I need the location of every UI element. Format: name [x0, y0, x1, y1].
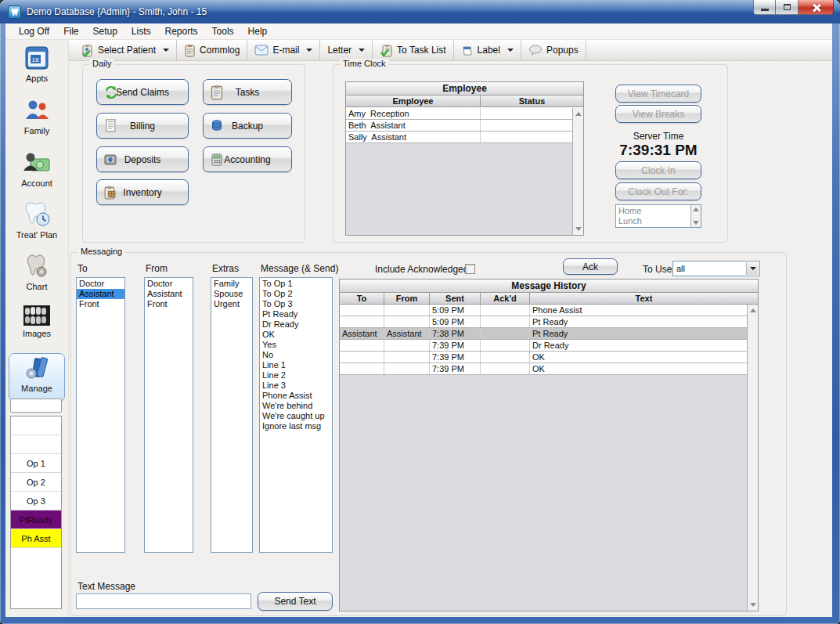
- title-bar[interactable]: Demo Database {Admin} - Smith, John - 15: [0, 0, 840, 23]
- tasks-button[interactable]: Tasks: [203, 79, 292, 105]
- inventory-button[interactable]: Inventory: [96, 179, 189, 205]
- operatory-row-op1[interactable]: Op 1: [11, 454, 61, 473]
- to-item-selected[interactable]: Assistant: [77, 289, 124, 299]
- send-text-button[interactable]: Send Text: [258, 592, 333, 611]
- menu-help[interactable]: Help: [241, 24, 275, 38]
- message-item[interactable]: To Op 2: [260, 289, 332, 299]
- scroll-down-icon[interactable]: [575, 227, 582, 231]
- select-patient-button[interactable]: Select Patient: [74, 40, 177, 60]
- operatory-row[interactable]: [11, 435, 61, 454]
- col-sent[interactable]: Sent: [430, 293, 481, 304]
- history-row[interactable]: 5:09 PM Phone Assist: [340, 305, 747, 316]
- sidebar-item-family[interactable]: Family: [9, 96, 65, 143]
- message-item[interactable]: Dr Ready: [260, 319, 332, 330]
- extras-item[interactable]: Family: [211, 279, 252, 289]
- history-row[interactable]: 5:09 PM Pt Ready: [340, 316, 747, 328]
- menu-reports[interactable]: Reports: [158, 24, 205, 38]
- message-item[interactable]: Yes: [260, 340, 332, 350]
- view-breaks-button[interactable]: View Breaks: [615, 105, 701, 123]
- to-item[interactable]: Front: [77, 299, 124, 309]
- scroll-down-icon[interactable]: [693, 221, 699, 225]
- scroll-up-icon[interactable]: [575, 112, 582, 116]
- clock-out-for-button[interactable]: Clock Out For:: [615, 182, 701, 200]
- col-text[interactable]: Text: [530, 293, 758, 304]
- operatory-row-ptready[interactable]: PtReady: [11, 510, 61, 529]
- message-item[interactable]: OK: [260, 330, 332, 340]
- maximize-button[interactable]: [776, 0, 799, 15]
- deposits-button[interactable]: Deposits: [96, 146, 189, 172]
- extras-list[interactable]: Family Spouse Urgent: [211, 277, 253, 553]
- sidebar-item-chart[interactable]: Chart: [9, 252, 65, 299]
- text-message-input[interactable]: [76, 593, 251, 609]
- operatory-row-op3[interactable]: Op 3: [11, 492, 61, 510]
- sidebar-item-account[interactable]: Account: [9, 149, 65, 196]
- from-item[interactable]: Front: [145, 299, 193, 309]
- operatory-row[interactable]: [11, 417, 61, 435]
- close-button[interactable]: [799, 0, 834, 15]
- menu-log-off[interactable]: Log Off: [12, 24, 56, 38]
- menu-lists[interactable]: Lists: [124, 24, 158, 38]
- view-timecard-button[interactable]: View Timecard: [615, 85, 701, 103]
- clock-out-option-home[interactable]: Home: [616, 206, 701, 216]
- scroll-up-icon[interactable]: [750, 308, 756, 312]
- message-item[interactable]: Ignore last msg: [260, 421, 332, 431]
- send-claims-button[interactable]: Send Claims: [96, 79, 189, 105]
- operatory-row-phasst[interactable]: Ph Asst: [11, 529, 61, 548]
- col-from[interactable]: From: [384, 293, 430, 304]
- operatory-row-op2[interactable]: Op 2: [11, 473, 61, 492]
- letter-dropdown-icon[interactable]: [359, 49, 365, 52]
- col-to[interactable]: To: [340, 293, 384, 304]
- from-list[interactable]: Doctor Assistant Front: [144, 277, 193, 553]
- col-employee[interactable]: Employee: [346, 96, 481, 106]
- message-item[interactable]: Line 1: [260, 360, 332, 370]
- message-item[interactable]: Pt Ready: [260, 309, 332, 319]
- email-button[interactable]: E-mail: [247, 40, 320, 60]
- accounting-button[interactable]: Accounting: [203, 146, 292, 172]
- sidebar-item-images[interactable]: Images: [9, 304, 65, 351]
- message-item[interactable]: Line 2: [260, 370, 332, 381]
- clock-in-button[interactable]: Clock In: [615, 161, 701, 179]
- popups-button[interactable]: Popups: [521, 40, 586, 60]
- menu-file[interactable]: File: [56, 24, 85, 38]
- extras-item[interactable]: Urgent: [211, 299, 252, 309]
- message-item[interactable]: To Op 3: [260, 299, 332, 309]
- history-row[interactable]: 7:39 PM OK: [340, 363, 747, 375]
- message-item[interactable]: We're behind: [260, 401, 332, 411]
- scroll-down-icon[interactable]: [750, 603, 756, 607]
- message-item[interactable]: No: [260, 350, 332, 360]
- from-item[interactable]: Assistant: [145, 289, 193, 299]
- sidebar-item-treat-plan[interactable]: Treat' Plan: [9, 200, 65, 247]
- message-history-scrollbar[interactable]: [747, 305, 758, 611]
- scroll-up-icon[interactable]: [693, 207, 699, 211]
- col-ackd[interactable]: Ack'd: [481, 293, 530, 304]
- billing-button[interactable]: Billing: [96, 113, 189, 139]
- message-item[interactable]: We're caught up: [260, 411, 332, 421]
- label-button[interactable]: Label: [454, 40, 521, 60]
- col-status[interactable]: Status: [481, 96, 583, 106]
- combo-arrow-button[interactable]: [746, 262, 759, 275]
- history-row[interactable]: 7:39 PM OK: [340, 352, 747, 363]
- clock-out-options-list[interactable]: Home Lunch: [615, 204, 701, 228]
- employee-row[interactable]: Beth Assistant: [346, 120, 572, 132]
- employee-row[interactable]: Amy Reception: [346, 108, 572, 120]
- to-list[interactable]: Doctor Assistant Front: [76, 277, 125, 553]
- message-send-list[interactable]: To Op 1 To Op 2 To Op 3 Pt Ready Dr Read…: [259, 277, 333, 553]
- letter-button[interactable]: Letter: [320, 40, 373, 60]
- clock-out-option-lunch[interactable]: Lunch: [616, 216, 701, 226]
- sidebar-item-manage[interactable]: Manage: [9, 353, 65, 402]
- menu-tools[interactable]: Tools: [205, 24, 241, 38]
- to-user-combobox[interactable]: all: [672, 261, 760, 276]
- employee-row[interactable]: Sally Assistant: [346, 132, 572, 143]
- to-task-list-button[interactable]: To Task List: [373, 40, 453, 60]
- from-item[interactable]: Doctor: [145, 279, 193, 289]
- employee-table-scrollbar[interactable]: [572, 108, 583, 235]
- select-patient-dropdown-icon[interactable]: [163, 49, 169, 52]
- to-item[interactable]: Doctor: [77, 279, 124, 289]
- extras-item[interactable]: Spouse: [211, 289, 252, 299]
- message-item[interactable]: To Op 1: [260, 279, 332, 289]
- ack-button[interactable]: Ack: [563, 258, 618, 275]
- history-row[interactable]: 7:39 PM Dr Ready: [340, 340, 747, 352]
- label-dropdown-icon[interactable]: [507, 49, 514, 52]
- history-row-selected[interactable]: Assistant Assistant 7:38 PM Pt Ready: [340, 328, 747, 340]
- clock-out-list-scrollbar[interactable]: [690, 205, 701, 227]
